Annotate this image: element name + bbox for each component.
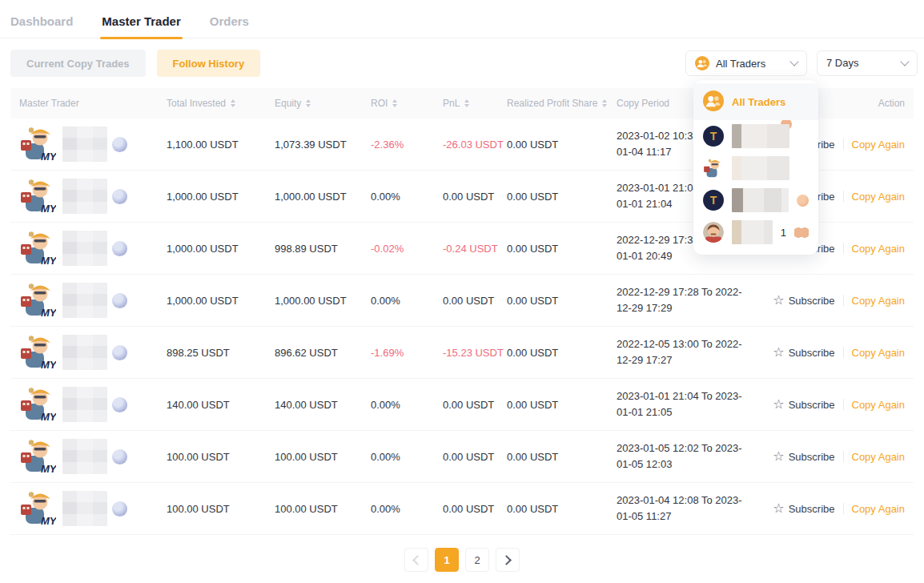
pnl-value: -15.23 USDT	[443, 347, 507, 359]
subscribe-button[interactable]: ☆ Subscribe	[773, 294, 834, 307]
roi-value: 0.00%	[371, 503, 443, 515]
subscribe-button[interactable]: ☆ Subscribe	[773, 450, 834, 463]
redacted-trader-name	[62, 231, 107, 266]
pnl-value: -26.03 USDT	[443, 139, 507, 151]
table-row: MY 100.00 USDT 100.00 USDT 0.00% 0.00 US…	[10, 431, 914, 483]
realized-profit-share-value: 0.00 USDT	[507, 399, 617, 411]
master-trader-cell[interactable]: MY	[19, 127, 167, 162]
total-invested-value: 100.00 USDT	[167, 451, 275, 463]
master-trader-cell[interactable]: MY	[19, 387, 167, 422]
equity-value: 1,073.39 USDT	[275, 139, 371, 151]
master-trader-cell[interactable]: MY	[19, 439, 167, 474]
header-realized-profit-share[interactable]: Realized Profit Share	[507, 98, 617, 109]
period-filter-select[interactable]: 7 Days	[817, 50, 918, 76]
realized-profit-share-value: 0.00 USDT	[507, 139, 617, 151]
master-trader-cell[interactable]: MY	[19, 491, 167, 526]
star-icon: ☆	[773, 346, 784, 359]
roi-value: 0.00%	[371, 295, 443, 307]
tab-dashboard[interactable]: Dashboard	[10, 14, 73, 38]
action-divider	[843, 399, 844, 410]
dropdown-item-trader[interactable]	[693, 152, 818, 184]
trader-badge-icon	[112, 293, 127, 308]
tether-logo-avatar-icon: T	[703, 190, 724, 211]
follow-history-button[interactable]: Follow History	[157, 50, 261, 77]
total-invested-value: 1,000.00 USDT	[167, 243, 275, 255]
sort-icon[interactable]	[464, 99, 469, 107]
copy-again-button[interactable]: Copy Again	[852, 503, 906, 515]
svg-text:MY: MY	[41, 203, 56, 214]
master-trader-avatar: MY	[19, 387, 56, 422]
pnl-value: 0.00 USDT	[443, 295, 507, 307]
action-divider	[843, 503, 844, 514]
action-cell: ☆ Subscribe Copy Again	[757, 502, 905, 515]
action-divider	[843, 295, 844, 306]
current-copy-trades-button[interactable]: Current Copy Trades	[10, 50, 146, 77]
realized-profit-share-value: 0.00 USDT	[507, 347, 617, 359]
svg-text:MY: MY	[41, 515, 56, 526]
copy-again-button[interactable]: Copy Again	[852, 295, 906, 307]
subscribe-button[interactable]: ☆ Subscribe	[773, 346, 834, 359]
pnl-value: 0.00 USDT	[443, 503, 507, 515]
copy-again-button[interactable]: Copy Again	[852, 451, 906, 463]
master-trader-cell[interactable]: MY	[19, 231, 167, 266]
copy-again-button[interactable]: Copy Again	[852, 191, 906, 203]
page-1-button[interactable]: 1	[435, 548, 459, 572]
action-cell: ☆ Subscribe Copy Again	[757, 450, 905, 463]
master-trader-cell[interactable]: MY	[19, 283, 167, 318]
master-trader-cell[interactable]: MY	[19, 179, 167, 214]
sort-icon[interactable]	[392, 99, 397, 107]
trader-filter-select[interactable]: All Traders	[685, 50, 807, 76]
copy-again-button[interactable]: Copy Again	[852, 243, 906, 255]
total-invested-value: 1,000.00 USDT	[167, 191, 275, 203]
dropdown-item-trader[interactable]: 1	[693, 216, 818, 248]
star-icon: ☆	[773, 398, 784, 411]
dropdown-item-trader[interactable]: T	[693, 120, 818, 152]
dropdown-item-trader[interactable]: T	[693, 184, 818, 216]
equity-value: 1,000.00 USDT	[275, 191, 371, 203]
sort-icon[interactable]	[306, 99, 311, 107]
copy-again-button[interactable]: Copy Again	[852, 399, 906, 411]
total-invested-value: 100.00 USDT	[167, 503, 275, 515]
copy-again-button[interactable]: Copy Again	[852, 139, 906, 151]
sort-icon[interactable]	[231, 99, 235, 107]
master-trader-cell[interactable]: MY	[19, 335, 167, 370]
equity-value: 100.00 USDT	[275, 503, 371, 515]
filter-selects: All Traders 7 Days	[685, 50, 918, 76]
trader-badge-icon	[112, 501, 127, 517]
realized-profit-share-value: 0.00 USDT	[507, 243, 617, 255]
total-invested-value: 140.00 USDT	[167, 399, 275, 411]
tab-orders[interactable]: Orders	[210, 14, 249, 38]
chevron-down-icon	[900, 57, 909, 66]
header-pnl[interactable]: PnL	[443, 98, 507, 109]
svg-text:MY: MY	[41, 411, 56, 422]
roi-value: 0.00%	[371, 399, 443, 411]
trader-badge-icon	[112, 449, 127, 464]
subscribe-button[interactable]: ☆ Subscribe	[773, 398, 834, 411]
dropdown-item-all-traders[interactable]: All Traders	[693, 83, 818, 120]
copy-again-button[interactable]: Copy Again	[852, 347, 906, 359]
action-cell: ☆ Subscribe Copy Again	[757, 398, 905, 411]
pnl-value: 0.00 USDT	[443, 399, 507, 411]
prev-page-button[interactable]	[404, 548, 428, 572]
header-total-invested[interactable]: Total Invested	[167, 98, 275, 109]
header-equity[interactable]: Equity	[275, 98, 371, 109]
page-2-button[interactable]: 2	[465, 548, 489, 572]
realized-profit-share-value: 0.00 USDT	[507, 295, 617, 307]
roi-value: -2.36%	[371, 139, 443, 151]
top-tab-bar: Dashboard Master Trader Orders	[0, 0, 924, 38]
trader-dropdown-panel: All Traders T T	[693, 80, 818, 255]
pnl-value: 0.00 USDT	[443, 191, 507, 203]
action-divider	[843, 347, 844, 358]
redacted-trader-name	[732, 156, 789, 180]
filter-toolbar: Current Copy Trades Follow History All T…	[0, 38, 924, 77]
header-roi[interactable]: ROI	[371, 98, 443, 109]
redacted-trader-name	[732, 188, 789, 212]
redacted-trader-name	[62, 387, 107, 422]
all-traders-group-icon	[695, 56, 709, 70]
next-page-button[interactable]	[496, 548, 520, 572]
subscribe-button[interactable]: ☆ Subscribe	[773, 502, 834, 515]
sort-icon[interactable]	[602, 99, 607, 107]
svg-text:MY: MY	[41, 255, 56, 266]
chevron-down-icon	[789, 57, 798, 66]
tab-master-trader[interactable]: Master Trader	[102, 14, 180, 38]
